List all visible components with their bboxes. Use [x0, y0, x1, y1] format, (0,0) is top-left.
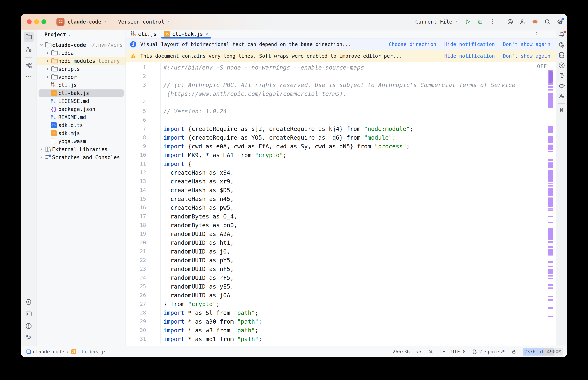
run-tool-window-icon[interactable]: [25, 298, 32, 305]
run-configuration-selector[interactable]: Current File: [415, 19, 458, 25]
banner-link-hide-notification[interactable]: Hide notification: [444, 53, 495, 59]
memory-indicator[interactable]: 2376 of 4900M: [523, 348, 563, 356]
line-separator-widget[interactable]: LF: [439, 349, 445, 354]
copilot-icon[interactable]: [558, 82, 565, 89]
codex-icon[interactable]: [558, 62, 565, 69]
minimize-window-button[interactable]: [34, 19, 39, 24]
line-number[interactable]: 27: [126, 300, 161, 308]
banner-link-don-t-show-again[interactable]: Don't show again: [503, 53, 550, 59]
line-number[interactable]: 17: [126, 212, 161, 221]
tree-item-claude-code[interactable]: claude-code~/.nvm/vers: [37, 41, 125, 49]
copilot-status-icon[interactable]: [416, 349, 422, 354]
line-number[interactable]: 6: [126, 116, 161, 124]
tree-item-package.json[interactable]: {} package.json: [37, 105, 125, 113]
claude-icon[interactable]: [531, 18, 538, 25]
tree-item-vendor[interactable]: vendor: [37, 73, 125, 81]
gemini-icon[interactable]: M: [558, 107, 565, 114]
chevron-down-icon[interactable]: [38, 42, 44, 47]
chevron-right-icon[interactable]: [44, 67, 51, 71]
line-number[interactable]: 26: [126, 291, 161, 300]
bell-icon[interactable]: [558, 31, 565, 38]
git-branch-icon[interactable]: [25, 334, 32, 342]
tree-item-yoga.wasm[interactable]: yoga.wasm: [37, 137, 125, 145]
code-editor[interactable]: 1 #!/usr/bin/env -S node --no-warnings -…: [126, 62, 556, 346]
editor-tab-cli-bak.js[interactable]: JS cli-bak.js ×: [160, 30, 212, 38]
chevron-right-icon[interactable]: [44, 51, 51, 55]
line-number[interactable]: 10: [126, 151, 161, 159]
line-number[interactable]: 4: [126, 98, 161, 107]
problems-icon[interactable]: [25, 322, 32, 330]
line-number[interactable]: 25: [126, 282, 161, 291]
breadcrumb-project[interactable]: claude-code: [26, 349, 64, 354]
chevron-right-icon[interactable]: [38, 155, 44, 160]
version-control-menu-button[interactable]: Version control: [118, 19, 170, 25]
chevron-right-icon[interactable]: [38, 147, 44, 152]
line-number[interactable]: 18: [126, 221, 161, 230]
lock-icon[interactable]: [511, 349, 517, 354]
highlighting-level-indicator[interactable]: OFF: [537, 63, 547, 69]
tree-item-node_modules[interactable]: node_moduleslibrary: [37, 57, 125, 65]
line-number[interactable]: 29: [126, 317, 161, 326]
line-number[interactable]: 30: [126, 326, 161, 335]
search-everywhere-button[interactable]: [544, 18, 551, 25]
scrollbar-thumb[interactable]: [549, 71, 553, 83]
database-icon[interactable]: [558, 52, 565, 59]
tree-item-cli-bak.js[interactable]: JS cli-bak.js: [37, 89, 125, 97]
tree-item-sdk.mjs[interactable]: JS sdk.mjs: [37, 129, 125, 137]
ai-mentions-icon[interactable]: [507, 18, 514, 25]
tab-options-icon[interactable]: [534, 31, 540, 37]
structure-icon[interactable]: [25, 62, 32, 69]
tree-item-LICENSE.md[interactable]: M↓ LICENSE.md: [37, 97, 125, 105]
banner-link-don-t-show-again[interactable]: Don't show again: [503, 41, 550, 47]
line-number[interactable]: 1: [126, 63, 161, 72]
terminal-icon[interactable]: [25, 310, 32, 318]
project-menu-button[interactable]: claude-code: [67, 19, 107, 25]
line-number[interactable]: 5: [126, 107, 161, 116]
pull-requests-icon[interactable]: ?: [25, 46, 32, 53]
breadcrumb-file[interactable]: JS cli-bak.js: [71, 349, 107, 354]
line-number[interactable]: 20: [126, 238, 161, 247]
project-panel-header[interactable]: Project: [37, 30, 125, 39]
line-number[interactable]: 31: [126, 335, 161, 343]
line-number[interactable]: 21: [126, 247, 161, 256]
tree-item-Scratches and Consoles[interactable]: Scratches and Consoles: [37, 153, 125, 161]
banner-link-hide-notification[interactable]: Hide notification: [444, 41, 495, 47]
code-with-me-icon[interactable]: [558, 92, 565, 100]
ai-assistant-icon[interactable]: [558, 41, 565, 49]
chevron-right-icon[interactable]: [44, 75, 51, 79]
line-number[interactable]: 8: [126, 133, 161, 142]
line-number[interactable]: 24: [126, 273, 161, 282]
chevron-right-icon[interactable]: [44, 58, 51, 63]
editor-tab-cli.js[interactable]: 100JS cli.js: [127, 30, 160, 38]
line-number[interactable]: 14: [126, 186, 161, 194]
tree-item-External Libraries[interactable]: External Libraries: [37, 145, 125, 153]
caret-position[interactable]: 266:36: [393, 349, 410, 354]
line-number[interactable]: 28: [126, 308, 161, 317]
line-number[interactable]: 15: [126, 194, 161, 203]
tree-item-.idea[interactable]: .idea: [37, 49, 125, 57]
line-number[interactable]: 7: [126, 124, 161, 133]
tree-item-cli.js[interactable]: 100JS cli.js: [37, 81, 125, 89]
line-number[interactable]: 19: [126, 230, 161, 238]
plugin-icon[interactable]: [558, 72, 565, 79]
tree-item-scripts[interactable]: scripts: [37, 65, 125, 73]
tree-item-sdk.d.ts[interactable]: TS sdk.d.ts: [37, 121, 125, 129]
editor-scrollbar-stripe[interactable]: [548, 62, 554, 346]
indent-widget[interactable]: 2 spaces*: [472, 349, 505, 354]
line-number[interactable]: 11: [126, 159, 161, 168]
add-user-button[interactable]: [519, 18, 526, 25]
project-tool-window-button[interactable]: [23, 32, 34, 42]
encoding-widget[interactable]: UTF-8: [451, 349, 466, 354]
close-tab-icon[interactable]: ×: [205, 31, 208, 37]
line-number[interactable]: 9: [126, 142, 161, 151]
line-number[interactable]: 22: [126, 256, 161, 265]
zoom-window-button[interactable]: [41, 19, 46, 24]
readonly-toggle-icon[interactable]: [428, 349, 433, 354]
line-number[interactable]: 3: [126, 81, 161, 89]
banner-link-choose-direction[interactable]: Choose direction: [389, 41, 436, 47]
line-number[interactable]: 12: [126, 168, 161, 177]
debug-button[interactable]: [476, 18, 483, 25]
more-tool-windows-icon[interactable]: [25, 73, 32, 80]
line-number[interactable]: 2: [126, 72, 161, 81]
line-number[interactable]: [126, 89, 161, 98]
